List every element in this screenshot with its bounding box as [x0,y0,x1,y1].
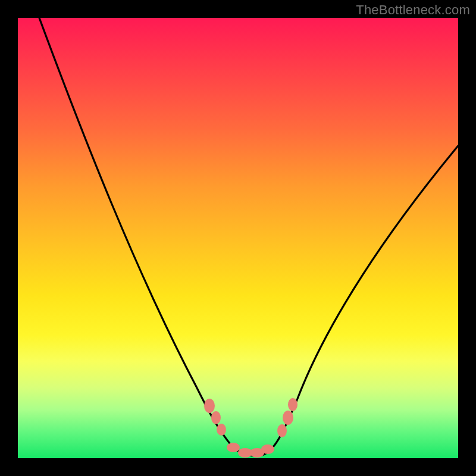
svg-point-8 [283,411,293,425]
watermark-text: TheBottleneck.com [356,2,470,18]
chart-plot-area [18,18,458,458]
bottleneck-curve [18,18,458,458]
svg-point-3 [227,443,240,452]
curve-path [39,18,458,456]
svg-point-2 [217,424,226,436]
svg-point-7 [277,424,287,437]
chart-frame: TheBottleneck.com [0,0,476,476]
marker-cluster-left [204,399,226,436]
svg-point-1 [211,411,221,424]
svg-point-9 [288,398,298,411]
svg-point-0 [204,399,215,413]
marker-cluster-right [277,398,298,437]
marker-cluster-bottom [227,443,274,458]
svg-point-6 [261,444,274,454]
